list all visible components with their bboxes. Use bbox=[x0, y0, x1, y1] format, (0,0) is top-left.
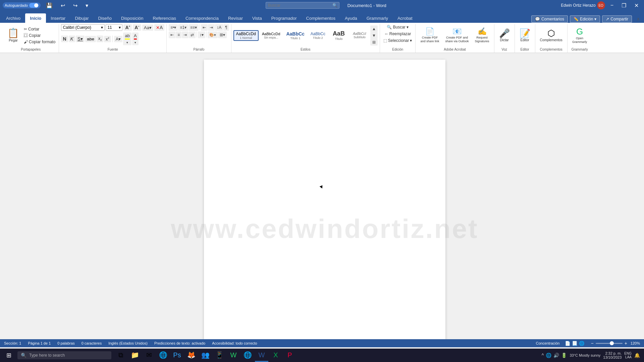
taskbar-app-mail[interactable]: ✉ bbox=[142, 349, 156, 362]
taskbar-search[interactable]: 🔍 Type here to search bbox=[17, 351, 111, 359]
minimize-button[interactable]: − bbox=[608, 1, 616, 10]
taskbar-app-browser1[interactable]: 🌐 bbox=[156, 349, 170, 362]
taskbar-app-whatsapp[interactable]: W bbox=[227, 349, 240, 362]
document-page[interactable]: www.cedwindortiz.net bbox=[204, 60, 445, 339]
taskbar-app-word[interactable]: W bbox=[255, 349, 268, 362]
bold-button[interactable]: N bbox=[61, 36, 68, 42]
autosave-switch[interactable] bbox=[29, 3, 39, 8]
style-heading2[interactable]: AaBbCc Título 2 bbox=[308, 30, 328, 41]
superscript-button[interactable]: x2 bbox=[104, 36, 111, 42]
font-size-decrease-button[interactable]: A− bbox=[133, 24, 141, 31]
show-marks-button[interactable]: ¶ bbox=[223, 24, 229, 31]
taskbar-app-photoshop[interactable]: Ps bbox=[170, 349, 184, 362]
editing-button[interactable]: ✏️ Edición ▾ bbox=[570, 15, 600, 23]
tab-complementos[interactable]: Complementos bbox=[302, 13, 340, 23]
text-effects-button[interactable]: A▾ bbox=[114, 36, 123, 42]
battery-icon[interactable]: 🔋 bbox=[561, 353, 567, 358]
sort-button[interactable]: ↕A bbox=[215, 24, 223, 31]
focus-button[interactable]: Concentración bbox=[536, 341, 560, 345]
tab-grammarly[interactable]: Grammarly bbox=[362, 13, 393, 23]
shading-button[interactable]: 🎨▾ bbox=[208, 32, 218, 38]
paste-button[interactable]: 📋 Pegar bbox=[5, 27, 22, 44]
view-web-button[interactable]: 🌐 bbox=[579, 341, 585, 346]
taskbar-app-chrome[interactable]: 🌐 bbox=[241, 349, 254, 362]
bullets-button[interactable]: ≡•▾ bbox=[169, 24, 178, 31]
view-normal-button[interactable]: 📄 bbox=[565, 341, 571, 346]
taskbar-app-teams[interactable]: 👥 bbox=[199, 349, 212, 362]
justify-button[interactable]: ⇄ bbox=[189, 32, 196, 38]
customize-qat-button[interactable]: ▾ bbox=[83, 1, 91, 10]
taskbar-app-firefox[interactable]: 🦊 bbox=[184, 349, 198, 362]
zoom-slider[interactable] bbox=[596, 343, 623, 344]
close-button[interactable]: ✕ bbox=[632, 1, 641, 10]
tab-insertar[interactable]: Insertar bbox=[46, 13, 70, 23]
style-normal[interactable]: AaBbCcDd 1 Normal bbox=[233, 30, 259, 41]
tab-programador[interactable]: Programador bbox=[267, 13, 302, 23]
tab-disposicion[interactable]: Disposición bbox=[116, 13, 148, 23]
tab-diseno[interactable]: Diseño bbox=[94, 13, 116, 23]
ribbon-collapse-button[interactable]: ∧ bbox=[634, 15, 643, 23]
copy-button[interactable]: ⿴ Copiar bbox=[22, 33, 57, 39]
tab-acrobat[interactable]: Acrobat bbox=[393, 13, 417, 23]
zoom-out-button[interactable]: − bbox=[590, 341, 594, 346]
format-painter-button[interactable]: 🖌 Copiar formato bbox=[22, 39, 57, 45]
style-no-spacing[interactable]: AaBbCcDd Sin espa... bbox=[259, 31, 283, 41]
change-case-button[interactable]: Aa▾ bbox=[142, 24, 153, 31]
taskbar-app-task-view[interactable]: ⧉ bbox=[114, 349, 127, 362]
restore-button[interactable]: ❐ bbox=[619, 1, 629, 10]
notification-icon[interactable]: 🔔 bbox=[634, 353, 640, 358]
page-wrap[interactable]: www.cedwindortiz.net bbox=[5, 53, 644, 339]
replace-button[interactable]: ↔ Reemplazar bbox=[383, 31, 413, 37]
clock-date[interactable]: 2:32 p. m. 13/10/2023 bbox=[603, 351, 622, 359]
decrease-indent-button[interactable]: ⇤ bbox=[201, 24, 208, 31]
tab-dibujar[interactable]: Dibujar bbox=[70, 13, 93, 23]
align-center-button[interactable]: ≡ bbox=[176, 32, 181, 38]
dictate-button[interactable]: 🎤 Dictar bbox=[496, 27, 513, 44]
styles-scroll-down[interactable]: ▼ bbox=[370, 32, 378, 39]
style-heading1[interactable]: AaBbCc Título 1 bbox=[283, 30, 307, 41]
request-signatures-button[interactable]: ✍ Request Signatures bbox=[472, 26, 492, 45]
select-button[interactable]: ⬚ Seleccionar ▾ bbox=[382, 38, 414, 44]
text-predictions[interactable]: Predicciones de texto: activado bbox=[154, 341, 205, 345]
cut-button[interactable]: ✂ Cortar bbox=[22, 26, 57, 32]
start-button[interactable]: ⊞ bbox=[1, 349, 16, 361]
view-print-layout-button[interactable]: 📃 bbox=[572, 341, 578, 346]
styles-scroll-up[interactable]: ▲ bbox=[370, 25, 378, 32]
font-size-increase-button[interactable]: A+ bbox=[123, 24, 132, 31]
editor-button[interactable]: 📝 Editor bbox=[517, 27, 533, 44]
find-button[interactable]: 🔍 Buscar ▾ bbox=[385, 24, 410, 30]
open-grammarly-button[interactable]: G Open Grammarly bbox=[570, 26, 590, 45]
accessibility-info[interactable]: Accesibilidad: todo correcto bbox=[212, 341, 257, 345]
create-pdf-button[interactable]: 📄 Create PDF and share link bbox=[418, 26, 442, 45]
strikethrough-button[interactable]: abe bbox=[85, 36, 96, 42]
language-indicator[interactable]: ENG LAA bbox=[624, 352, 632, 359]
tab-revisar[interactable]: Revisar bbox=[223, 13, 248, 23]
style-subtitle[interactable]: AaBbCcI Subtítulo bbox=[350, 31, 370, 40]
italic-button[interactable]: K bbox=[69, 36, 75, 42]
taskbar-app-app2[interactable]: P bbox=[283, 349, 297, 362]
chevron-icon[interactable]: ^ bbox=[542, 353, 544, 358]
share-button[interactable]: ↗ Compartir bbox=[602, 15, 632, 23]
tab-archivo[interactable]: Archivo bbox=[1, 13, 25, 23]
save-button[interactable]: 💾 bbox=[43, 1, 55, 10]
tab-correspondencia[interactable]: Correspondencia bbox=[181, 13, 223, 23]
style-title[interactable]: AaB Título bbox=[329, 29, 349, 42]
increase-indent-button[interactable]: ⇥ bbox=[208, 24, 215, 31]
speaker-icon[interactable]: 🔊 bbox=[553, 353, 559, 358]
autosave-toggle[interactable]: Autoguardado bbox=[3, 2, 41, 8]
line-spacing-button[interactable]: ↕▾ bbox=[198, 32, 205, 38]
numbering-button[interactable]: ≡1▾ bbox=[178, 24, 188, 31]
addins-button[interactable]: ⬡ Complementos bbox=[537, 27, 565, 44]
redo-button[interactable]: ↪ bbox=[70, 1, 80, 10]
taskbar-app-explorer[interactable]: 📁 bbox=[128, 349, 142, 362]
align-left-button[interactable]: ⇤ bbox=[169, 32, 175, 38]
align-right-button[interactable]: ⇥ bbox=[182, 32, 189, 38]
borders-button[interactable]: ⊞▾ bbox=[218, 32, 227, 38]
tab-inicio[interactable]: Inicio bbox=[25, 13, 46, 23]
multilevel-list-button[interactable]: ≡≡▾ bbox=[189, 24, 199, 31]
comments-button[interactable]: 💬 Comentarios bbox=[531, 15, 568, 23]
tab-vista[interactable]: Vista bbox=[248, 13, 267, 23]
taskbar-app-phone[interactable]: 📱 bbox=[213, 349, 226, 362]
clear-formatting-button[interactable]: ✕A bbox=[154, 24, 164, 31]
tab-ayuda[interactable]: Ayuda bbox=[340, 13, 362, 23]
